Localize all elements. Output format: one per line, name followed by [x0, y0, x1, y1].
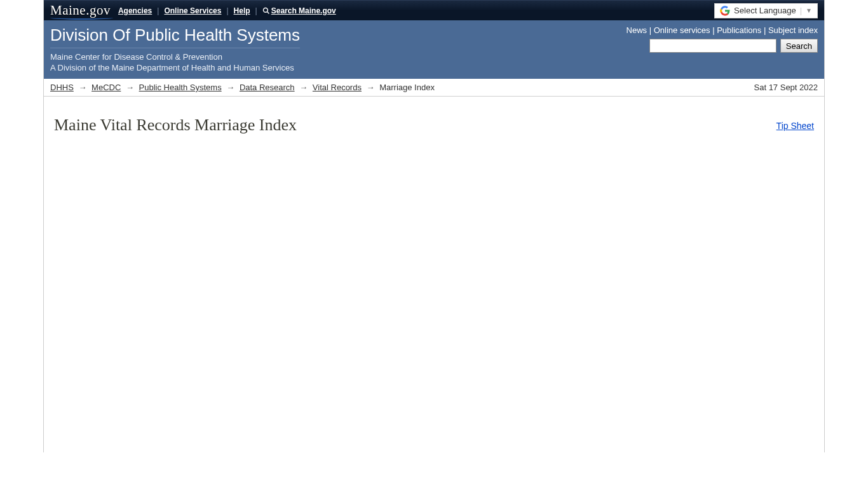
breadcrumb: DHHS → MeCDC → Public Health Systems → D…: [50, 83, 435, 92]
agencies-link[interactable]: Agencies: [118, 6, 152, 15]
google-translate-icon: [720, 6, 730, 16]
help-link[interactable]: Help: [234, 6, 250, 15]
logo-swoosh-icon: [50, 16, 113, 20]
maine-gov-logo[interactable]: Maine.gov: [50, 3, 113, 18]
department-subtitle-2: A Division of the Maine Department of He…: [50, 63, 818, 72]
separator: |: [255, 6, 257, 15]
topbar: Maine.gov Agencies | Online Services | H…: [44, 0, 824, 20]
search-maine-text: Search Maine.gov: [271, 6, 336, 15]
current-date: Sat 17 Sept 2022: [754, 83, 818, 92]
subject-index-link[interactable]: Subject index: [768, 25, 818, 35]
language-label: Select Language: [734, 6, 796, 15]
department-title: Division Of Public Health Systems: [50, 25, 300, 48]
news-link[interactable]: News: [627, 25, 648, 35]
search-button[interactable]: Search: [780, 39, 818, 53]
separator: |: [649, 25, 654, 35]
header-right: News | Online services | Publications | …: [627, 25, 818, 53]
crumb-dhhs[interactable]: DHHS: [50, 83, 74, 92]
department-subtitle-1: Maine Center for Disease Control & Preve…: [50, 52, 818, 62]
arrow-icon: →: [226, 83, 234, 92]
separator: |: [157, 6, 159, 15]
dropdown-triangle-icon: ▼: [806, 7, 812, 14]
main-header-row: Maine Vital Records Marriage Index Tip S…: [54, 116, 814, 135]
arrow-icon: →: [367, 83, 375, 92]
arrow-icon: →: [126, 83, 134, 92]
main-content: Maine Vital Records Marriage Index Tip S…: [44, 97, 824, 452]
search-icon: [262, 7, 270, 15]
crumb-mecdc[interactable]: MeCDC: [92, 83, 121, 92]
publications-link[interactable]: Publications: [717, 25, 761, 35]
svg-line-1: [267, 12, 269, 14]
separator: |: [226, 6, 228, 15]
crumb-vital-records[interactable]: Vital Records: [313, 83, 362, 92]
separator: |: [764, 25, 768, 35]
separator: |: [800, 6, 802, 15]
topbar-left: Maine.gov Agencies | Online Services | H…: [50, 3, 336, 18]
search-input[interactable]: [649, 39, 776, 53]
search-maine-link[interactable]: Search Maine.gov: [262, 6, 336, 15]
crumb-public-health-systems[interactable]: Public Health Systems: [139, 83, 222, 92]
language-selector[interactable]: Select Language | ▼: [714, 3, 818, 18]
svg-point-0: [263, 8, 268, 13]
site-header: Division Of Public Health Systems Maine …: [44, 20, 824, 79]
crumb-data-research[interactable]: Data Research: [240, 83, 295, 92]
header-nav-links: News | Online services | Publications | …: [627, 25, 818, 35]
breadcrumb-bar: DHHS → MeCDC → Public Health Systems → D…: [44, 79, 824, 97]
tip-sheet-link[interactable]: Tip Sheet: [776, 121, 814, 131]
online-services-link[interactable]: Online Services: [164, 6, 221, 15]
arrow-icon: →: [299, 83, 308, 92]
header-search: Search: [627, 39, 818, 53]
page-title: Maine Vital Records Marriage Index: [54, 116, 297, 135]
crumb-current: Marriage Index: [379, 83, 435, 92]
arrow-icon: →: [78, 83, 86, 92]
online-services-header-link[interactable]: Online services: [654, 25, 710, 35]
